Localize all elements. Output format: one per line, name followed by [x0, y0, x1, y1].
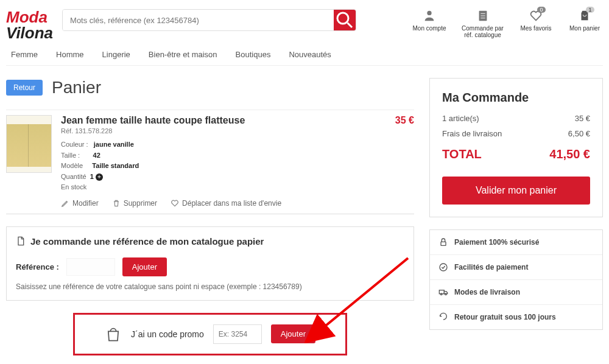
return-icon [438, 312, 448, 322]
wishlist-action[interactable]: Déplacer dans ma liste d'envie [171, 199, 281, 208]
cart-link[interactable]: 1 Mon panier [566, 9, 603, 38]
account-link[interactable]: Mon compte [411, 9, 448, 38]
catalog-panel-title: Je commande une référence de mon catalog… [30, 236, 264, 247]
info-secure-payment[interactable]: Paiement 100% sécurisé [430, 230, 602, 255]
nav-bienetre[interactable]: Bien-être et maison [149, 50, 217, 59]
info-returns[interactable]: Retour gratuit sous 100 jours [430, 305, 602, 329]
promo-add-button[interactable]: Ajouter [271, 324, 315, 343]
product-image[interactable] [6, 115, 52, 173]
catalog-ref-input[interactable] [66, 258, 115, 276]
promo-input[interactable] [213, 324, 262, 344]
catalog-add-button[interactable]: Ajouter [122, 257, 167, 276]
cart-badge: 1 [586, 7, 594, 13]
qty-plus-icon[interactable]: + [96, 173, 103, 181]
promo-panel: J´ai un code promo Ajouter [73, 313, 347, 355]
product-price: 35 € [395, 115, 414, 208]
delete-action[interactable]: Supprimer [112, 199, 157, 208]
svg-line-1 [348, 23, 353, 28]
user-icon [423, 9, 436, 23]
modify-action[interactable]: Modifier [61, 199, 99, 208]
stock-status: En stock [61, 182, 386, 193]
lock-icon [438, 237, 448, 247]
svg-point-9 [440, 264, 447, 271]
ref-label: Référence : [16, 262, 59, 271]
nav-homme[interactable]: Homme [56, 50, 84, 59]
nav-femme[interactable]: Femme [11, 50, 38, 59]
nav-boutiques[interactable]: Boutiques [236, 50, 271, 59]
catalog-icon [476, 9, 490, 23]
catalog-order-link[interactable]: Commande par réf. catalogue [460, 9, 505, 38]
order-summary: Ma Commande 1 article(s)35 € Frais de li… [429, 78, 603, 217]
catalog-hint: Saisissez une référence de votre catalog… [16, 282, 404, 291]
catalog-order-panel: Je commande une référence de mon catalog… [6, 226, 414, 301]
order-title: Ma Commande [442, 91, 590, 105]
document-icon [16, 236, 26, 246]
back-button[interactable]: Retour [6, 80, 43, 96]
main-nav: Femme Homme Lingerie Bien-être et maison… [6, 44, 603, 66]
pencil-icon [61, 199, 69, 208]
info-delivery[interactable]: Modes de livraison [430, 280, 602, 305]
promo-label: J´ai un code promo [131, 329, 204, 339]
search-bar [62, 9, 356, 31]
info-list: Paiement 100% sécurisé Facilités de paie… [429, 229, 603, 330]
search-input[interactable] [63, 10, 334, 30]
search-icon [334, 9, 356, 31]
nav-lingerie[interactable]: Lingerie [102, 50, 130, 59]
favorites-link[interactable]: 0 Mes favoris [518, 9, 554, 38]
favorites-badge: 0 [537, 7, 546, 13]
logo[interactable]: Moda Vilona [6, 9, 53, 41]
search-button[interactable] [334, 10, 356, 30]
trash-icon [112, 199, 121, 208]
validate-cart-button[interactable]: Valider mon panier [442, 177, 590, 205]
nav-nouveautes[interactable]: Nouveautés [289, 50, 331, 59]
check-circle-icon [438, 262, 448, 272]
product-ref: Réf. 131.578.228 [61, 127, 386, 135]
svg-rect-8 [441, 242, 446, 245]
bag-icon [105, 326, 122, 343]
heart-icon [171, 199, 179, 208]
svg-point-2 [427, 11, 431, 15]
cart-item: Jean femme taille haute coupe flatteuse … [6, 110, 414, 214]
page-title: Panier [52, 78, 101, 97]
svg-point-0 [337, 13, 348, 24]
product-name: Jean femme taille haute coupe flatteuse [61, 115, 386, 126]
truck-icon [438, 287, 448, 297]
info-payment-options[interactable]: Facilités de paiement [430, 255, 602, 280]
